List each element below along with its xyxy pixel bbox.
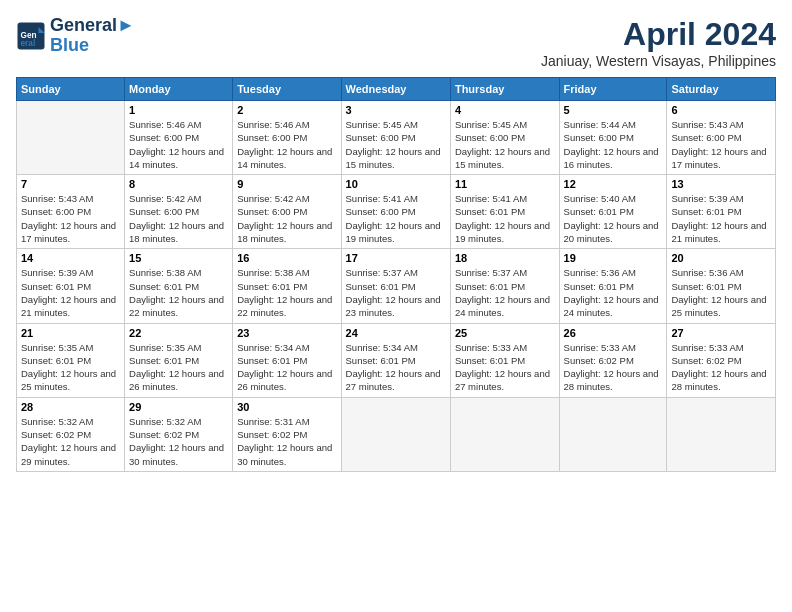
day-number: 3	[346, 104, 446, 116]
table-row: 25Sunrise: 5:33 AMSunset: 6:01 PMDayligh…	[450, 323, 559, 397]
day-number: 14	[21, 252, 120, 264]
month-year-title: April 2024	[541, 16, 776, 53]
table-row: 6Sunrise: 5:43 AMSunset: 6:00 PMDaylight…	[667, 101, 776, 175]
day-number: 21	[21, 327, 120, 339]
svg-text:eral: eral	[21, 39, 36, 48]
col-saturday: Saturday	[667, 78, 776, 101]
col-thursday: Thursday	[450, 78, 559, 101]
table-row	[450, 397, 559, 471]
table-row	[17, 101, 125, 175]
location-subtitle: Janiuay, Western Visayas, Philippines	[541, 53, 776, 69]
table-row: 12Sunrise: 5:40 AMSunset: 6:01 PMDayligh…	[559, 175, 667, 249]
table-row: 13Sunrise: 5:39 AMSunset: 6:01 PMDayligh…	[667, 175, 776, 249]
table-row	[559, 397, 667, 471]
day-info: Sunrise: 5:38 AMSunset: 6:01 PMDaylight:…	[129, 266, 228, 319]
table-row: 26Sunrise: 5:33 AMSunset: 6:02 PMDayligh…	[559, 323, 667, 397]
day-info: Sunrise: 5:41 AMSunset: 6:00 PMDaylight:…	[346, 192, 446, 245]
day-info: Sunrise: 5:41 AMSunset: 6:01 PMDaylight:…	[455, 192, 555, 245]
day-info: Sunrise: 5:32 AMSunset: 6:02 PMDaylight:…	[21, 415, 120, 468]
day-number: 26	[564, 327, 663, 339]
col-sunday: Sunday	[17, 78, 125, 101]
day-info: Sunrise: 5:38 AMSunset: 6:01 PMDaylight:…	[237, 266, 336, 319]
day-info: Sunrise: 5:46 AMSunset: 6:00 PMDaylight:…	[237, 118, 336, 171]
table-row: 30Sunrise: 5:31 AMSunset: 6:02 PMDayligh…	[233, 397, 341, 471]
day-info: Sunrise: 5:40 AMSunset: 6:01 PMDaylight:…	[564, 192, 663, 245]
day-number: 2	[237, 104, 336, 116]
day-number: 16	[237, 252, 336, 264]
day-number: 30	[237, 401, 336, 413]
calendar-table: Sunday Monday Tuesday Wednesday Thursday…	[16, 77, 776, 472]
day-number: 25	[455, 327, 555, 339]
table-row: 2Sunrise: 5:46 AMSunset: 6:00 PMDaylight…	[233, 101, 341, 175]
day-info: Sunrise: 5:39 AMSunset: 6:01 PMDaylight:…	[671, 192, 771, 245]
col-friday: Friday	[559, 78, 667, 101]
calendar-header-row: Sunday Monday Tuesday Wednesday Thursday…	[17, 78, 776, 101]
day-info: Sunrise: 5:43 AMSunset: 6:00 PMDaylight:…	[21, 192, 120, 245]
day-number: 7	[21, 178, 120, 190]
table-row: 4Sunrise: 5:45 AMSunset: 6:00 PMDaylight…	[450, 101, 559, 175]
table-row: 5Sunrise: 5:44 AMSunset: 6:00 PMDaylight…	[559, 101, 667, 175]
table-row: 23Sunrise: 5:34 AMSunset: 6:01 PMDayligh…	[233, 323, 341, 397]
day-info: Sunrise: 5:33 AMSunset: 6:01 PMDaylight:…	[455, 341, 555, 394]
day-info: Sunrise: 5:44 AMSunset: 6:00 PMDaylight:…	[564, 118, 663, 171]
day-info: Sunrise: 5:39 AMSunset: 6:01 PMDaylight:…	[21, 266, 120, 319]
day-number: 27	[671, 327, 771, 339]
table-row: 22Sunrise: 5:35 AMSunset: 6:01 PMDayligh…	[125, 323, 233, 397]
col-monday: Monday	[125, 78, 233, 101]
table-row: 20Sunrise: 5:36 AMSunset: 6:01 PMDayligh…	[667, 249, 776, 323]
table-row: 14Sunrise: 5:39 AMSunset: 6:01 PMDayligh…	[17, 249, 125, 323]
calendar-week-row: 21Sunrise: 5:35 AMSunset: 6:01 PMDayligh…	[17, 323, 776, 397]
day-info: Sunrise: 5:36 AMSunset: 6:01 PMDaylight:…	[564, 266, 663, 319]
table-row: 17Sunrise: 5:37 AMSunset: 6:01 PMDayligh…	[341, 249, 450, 323]
day-info: Sunrise: 5:37 AMSunset: 6:01 PMDaylight:…	[346, 266, 446, 319]
logo-text-line1: General►	[50, 16, 135, 36]
day-info: Sunrise: 5:37 AMSunset: 6:01 PMDaylight:…	[455, 266, 555, 319]
logo-text-line2: Blue	[50, 36, 135, 56]
table-row: 27Sunrise: 5:33 AMSunset: 6:02 PMDayligh…	[667, 323, 776, 397]
table-row: 28Sunrise: 5:32 AMSunset: 6:02 PMDayligh…	[17, 397, 125, 471]
day-info: Sunrise: 5:34 AMSunset: 6:01 PMDaylight:…	[237, 341, 336, 394]
table-row	[341, 397, 450, 471]
table-row: 7Sunrise: 5:43 AMSunset: 6:00 PMDaylight…	[17, 175, 125, 249]
table-row: 16Sunrise: 5:38 AMSunset: 6:01 PMDayligh…	[233, 249, 341, 323]
day-number: 28	[21, 401, 120, 413]
logo: Gen eral General► Blue	[16, 16, 135, 56]
table-row: 10Sunrise: 5:41 AMSunset: 6:00 PMDayligh…	[341, 175, 450, 249]
calendar-week-row: 1Sunrise: 5:46 AMSunset: 6:00 PMDaylight…	[17, 101, 776, 175]
table-row: 29Sunrise: 5:32 AMSunset: 6:02 PMDayligh…	[125, 397, 233, 471]
day-number: 19	[564, 252, 663, 264]
day-info: Sunrise: 5:45 AMSunset: 6:00 PMDaylight:…	[346, 118, 446, 171]
day-info: Sunrise: 5:45 AMSunset: 6:00 PMDaylight:…	[455, 118, 555, 171]
day-number: 11	[455, 178, 555, 190]
table-row: 18Sunrise: 5:37 AMSunset: 6:01 PMDayligh…	[450, 249, 559, 323]
table-row	[667, 397, 776, 471]
day-number: 13	[671, 178, 771, 190]
day-info: Sunrise: 5:35 AMSunset: 6:01 PMDaylight:…	[129, 341, 228, 394]
day-info: Sunrise: 5:33 AMSunset: 6:02 PMDaylight:…	[671, 341, 771, 394]
table-row: 19Sunrise: 5:36 AMSunset: 6:01 PMDayligh…	[559, 249, 667, 323]
day-number: 12	[564, 178, 663, 190]
day-info: Sunrise: 5:31 AMSunset: 6:02 PMDaylight:…	[237, 415, 336, 468]
table-row: 3Sunrise: 5:45 AMSunset: 6:00 PMDaylight…	[341, 101, 450, 175]
day-number: 9	[237, 178, 336, 190]
day-info: Sunrise: 5:42 AMSunset: 6:00 PMDaylight:…	[129, 192, 228, 245]
day-info: Sunrise: 5:33 AMSunset: 6:02 PMDaylight:…	[564, 341, 663, 394]
calendar-week-row: 28Sunrise: 5:32 AMSunset: 6:02 PMDayligh…	[17, 397, 776, 471]
table-row: 9Sunrise: 5:42 AMSunset: 6:00 PMDaylight…	[233, 175, 341, 249]
day-info: Sunrise: 5:43 AMSunset: 6:00 PMDaylight:…	[671, 118, 771, 171]
table-row: 8Sunrise: 5:42 AMSunset: 6:00 PMDaylight…	[125, 175, 233, 249]
day-number: 10	[346, 178, 446, 190]
page-header: Gen eral General► Blue April 2024 Janiua…	[16, 16, 776, 69]
table-row: 15Sunrise: 5:38 AMSunset: 6:01 PMDayligh…	[125, 249, 233, 323]
day-number: 5	[564, 104, 663, 116]
day-number: 17	[346, 252, 446, 264]
calendar-week-row: 14Sunrise: 5:39 AMSunset: 6:01 PMDayligh…	[17, 249, 776, 323]
day-number: 6	[671, 104, 771, 116]
day-number: 22	[129, 327, 228, 339]
day-number: 4	[455, 104, 555, 116]
day-info: Sunrise: 5:32 AMSunset: 6:02 PMDaylight:…	[129, 415, 228, 468]
title-block: April 2024 Janiuay, Western Visayas, Phi…	[541, 16, 776, 69]
day-info: Sunrise: 5:34 AMSunset: 6:01 PMDaylight:…	[346, 341, 446, 394]
day-number: 15	[129, 252, 228, 264]
table-row: 24Sunrise: 5:34 AMSunset: 6:01 PMDayligh…	[341, 323, 450, 397]
